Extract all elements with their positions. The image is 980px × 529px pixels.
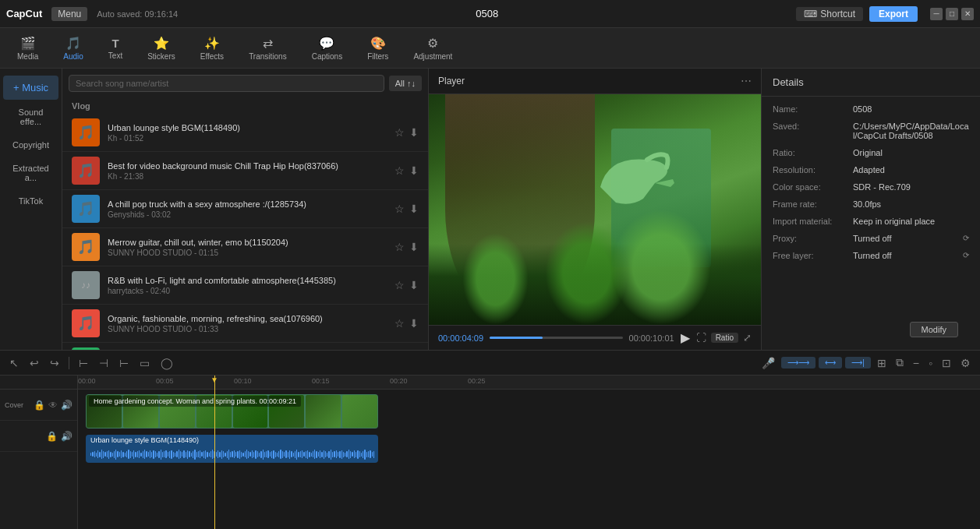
- zoom-out-button[interactable]: −: [910, 355, 922, 371]
- detail-value-saved: C:/Users/MyPC/AppData/Local/CapCut Draft…: [853, 122, 969, 140]
- detail-value-name: 0508: [853, 104, 969, 114]
- zoom-slider-button[interactable]: ◦: [925, 355, 936, 371]
- favorite-icon[interactable]: ☆: [394, 203, 405, 215]
- minimize-button[interactable]: ─: [930, 8, 943, 20]
- favorite-icon[interactable]: ☆: [394, 241, 405, 253]
- split-right-button[interactable]: ⊢: [116, 355, 132, 371]
- toolbar-text[interactable]: T Text: [104, 34, 127, 63]
- track-split-button[interactable]: ⟷: [819, 357, 842, 369]
- sidebar-item-sound-effects[interactable]: Sound effe...: [3, 101, 58, 132]
- wave-bar: [228, 450, 229, 460]
- favorite-icon[interactable]: ☆: [394, 317, 405, 330]
- wave-bar: [257, 451, 258, 457]
- shortcut-button[interactable]: ⌨ Shortcut: [796, 7, 863, 21]
- track-add-button[interactable]: ⊞: [874, 355, 890, 371]
- wave-bar: [223, 451, 224, 457]
- favorite-icon[interactable]: ☆: [394, 164, 405, 177]
- download-icon[interactable]: ⬇: [409, 164, 419, 177]
- toolbar-effects[interactable]: ✨ Effects: [196, 33, 228, 64]
- audio-track-icons: 🔒 🔊: [46, 431, 73, 442]
- player-menu-icon[interactable]: ⋯: [741, 75, 752, 87]
- toolbar-transitions[interactable]: ⇄ Transitions: [244, 33, 292, 64]
- play-button[interactable]: ▶: [681, 330, 690, 345]
- sidebar-item-tiktok[interactable]: TikTok: [3, 190, 58, 212]
- track-merge-button[interactable]: ⟶|: [845, 357, 871, 369]
- playhead[interactable]: [214, 376, 215, 529]
- list-item[interactable]: 🎵 Organic, fashionable, morning, refresh…: [62, 305, 428, 343]
- sidebar-item-music[interactable]: + Music: [3, 76, 58, 100]
- favorite-icon[interactable]: ☆: [394, 279, 405, 291]
- captions-label: Captions: [312, 52, 342, 61]
- cursor-tool-button[interactable]: ↖: [6, 355, 22, 371]
- audio-lock-icon[interactable]: 🔒: [46, 431, 58, 442]
- export-button[interactable]: Export: [869, 6, 918, 22]
- download-icon[interactable]: ⬇: [409, 317, 419, 330]
- list-item[interactable]: 🎵 A chill pop truck with a sexy atmosphe…: [62, 190, 428, 228]
- progress-bar[interactable]: [490, 337, 622, 339]
- toolbar-audio[interactable]: 🎵 Audio: [58, 33, 88, 64]
- download-icon[interactable]: ⬇: [409, 279, 419, 291]
- music-meta-5: harrytacks - 02:40: [108, 287, 387, 295]
- track-connect-button[interactable]: ⟶⟶: [781, 357, 815, 369]
- favorite-icon[interactable]: ☆: [394, 126, 405, 139]
- download-icon[interactable]: ⬇: [409, 203, 419, 215]
- list-item[interactable]: 🎵 Urban lounge style BGM(1148490) Kh - 0…: [62, 114, 428, 152]
- proxy-toggle-icon[interactable]: ⟳: [963, 234, 969, 242]
- toolbar-stickers[interactable]: ⭐ Stickers: [143, 33, 180, 64]
- video-clip[interactable]: Home gardening concept. Woman and spring…: [86, 394, 378, 428]
- menu-button[interactable]: Menu: [51, 7, 87, 21]
- toolbar-media[interactable]: 🎬 Media: [12, 33, 43, 64]
- split-left-button[interactable]: ⊣: [96, 355, 111, 371]
- music-meta-1: Kh - 01:52: [108, 134, 387, 143]
- close-button[interactable]: ✕: [961, 8, 974, 20]
- list-item[interactable]: 🎵 Merrow guitar, chill out, winter, emo …: [62, 228, 428, 266]
- list-item[interactable]: 🎵 A cute song with a sparkling ukulele-l…: [62, 343, 428, 350]
- modify-button[interactable]: Modify: [910, 322, 958, 337]
- fullscreen-icon[interactable]: ⤢: [743, 332, 752, 344]
- detail-ratio: Ratio: Original: [773, 148, 969, 157]
- wave-bar: [356, 452, 356, 457]
- toolbar-filters[interactable]: 🎨 Filters: [363, 33, 393, 64]
- audio-mute-icon[interactable]: 🔊: [61, 431, 73, 442]
- delete-button[interactable]: ▭: [136, 355, 153, 371]
- toolbar-adjustment[interactable]: ⚙ Adjustment: [409, 33, 457, 64]
- redo-button[interactable]: ↪: [47, 355, 62, 371]
- wave-bar: [264, 452, 265, 457]
- list-item[interactable]: ♪♪ R&B with Lo-Fi, light and comfortable…: [62, 266, 428, 305]
- wave-bar: [169, 451, 170, 458]
- settings-button[interactable]: ⚙: [957, 355, 974, 371]
- split-button[interactable]: ⊢: [76, 355, 91, 371]
- ruler-mark-0: 00:00: [78, 376, 96, 385]
- freelayer-toggle-icon[interactable]: ⟳: [963, 251, 969, 259]
- wave-bar: [331, 450, 331, 460]
- all-filter-button[interactable]: All ↑↓: [389, 76, 422, 91]
- toolbar-captions[interactable]: 💬 Captions: [307, 33, 347, 64]
- maximize-button[interactable]: □: [946, 8, 958, 20]
- wave-bar: [201, 452, 202, 457]
- timeline-tracks[interactable]: 00:00 00:05 00:10 00:15 00:20 00:25: [78, 376, 980, 529]
- ruler-mark-5: 00:25: [468, 376, 486, 385]
- download-icon[interactable]: ⬇: [409, 126, 419, 139]
- list-item[interactable]: 🎵 Best for video background music Chill …: [62, 152, 428, 190]
- wave-bar: [321, 452, 322, 457]
- download-icon[interactable]: ⬇: [409, 241, 419, 253]
- audio-clip[interactable]: Urban lounge style BGM(1148490) (functio…: [86, 435, 378, 463]
- wave-bar: [104, 452, 105, 457]
- video-eye-icon[interactable]: 👁: [48, 400, 58, 411]
- video-audio-icon[interactable]: 🔊: [61, 400, 73, 411]
- video-lock-icon[interactable]: 🔒: [34, 400, 45, 411]
- fullscreen-fit-icon[interactable]: ⛶: [696, 332, 706, 344]
- group-button[interactable]: ◯: [157, 355, 176, 371]
- detail-label-import: Import material:: [773, 217, 847, 226]
- ratio-button[interactable]: Ratio: [711, 333, 738, 343]
- sidebar-item-copyright[interactable]: Copyright: [3, 134, 58, 156]
- zoom-fit-button[interactable]: ⊡: [939, 355, 954, 371]
- wave-bar: [289, 450, 290, 459]
- sidebar-item-extracted[interactable]: Extracted a...: [3, 157, 58, 189]
- wave-bar: [103, 451, 104, 458]
- microphone-button[interactable]: 🎤: [759, 355, 778, 371]
- undo-button[interactable]: ↩: [27, 355, 42, 371]
- search-input[interactable]: [69, 75, 384, 92]
- wave-bar: [346, 451, 347, 457]
- track-copy-button[interactable]: ⧉: [893, 354, 907, 371]
